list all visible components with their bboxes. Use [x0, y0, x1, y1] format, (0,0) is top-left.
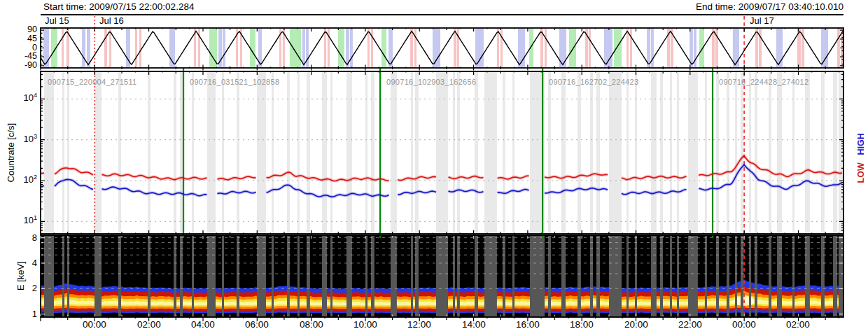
legend-high: HIGH	[857, 129, 867, 160]
gap-band-spec	[670, 236, 672, 316]
time-tick-label: 18:00	[561, 320, 603, 330]
flag-band-r	[324, 29, 326, 67]
gap-band-mid	[298, 72, 300, 233]
time-tick-label: 14:00	[453, 320, 495, 330]
flag-band-g	[338, 29, 344, 67]
time-tick-label: 16:00	[507, 320, 549, 330]
flag-band-r	[62, 29, 64, 67]
gap-band-mid	[651, 72, 657, 233]
flag-band-b	[733, 29, 739, 67]
flag-band-r	[135, 29, 137, 67]
gap-band-mid	[365, 72, 368, 233]
gap-band-mid	[755, 72, 757, 233]
flag-band-b	[475, 29, 484, 67]
flag-band-b	[350, 29, 353, 67]
gap-band-mid	[512, 72, 514, 233]
energy-tick-label: 1	[16, 309, 37, 319]
attitude-wave	[41, 31, 843, 65]
date-label: Jul 16	[99, 16, 124, 26]
time-tick-label: 10:00	[344, 320, 386, 330]
gap-band-mid	[741, 72, 743, 233]
time-tick-label: 20:00	[615, 320, 657, 330]
gap-band-mid	[735, 72, 737, 233]
gap-band-mid	[609, 72, 622, 233]
gap-band-mid	[457, 72, 460, 233]
gap-band-mid	[590, 72, 593, 233]
gap-band-mid	[503, 72, 505, 233]
flag-band-r	[139, 29, 141, 67]
energy-tick-label: 8	[16, 233, 37, 243]
obs-interval-label: 090716_031521_102858	[190, 78, 279, 86]
time-tick-label: 08:00	[290, 320, 332, 330]
flag-band-r	[837, 29, 840, 67]
gap-band-mid	[453, 72, 455, 233]
gap-band-mid	[677, 72, 679, 233]
gap-band-mid	[561, 72, 566, 233]
gap-band-mid	[475, 72, 478, 233]
gap-band-mid	[688, 72, 698, 233]
flag-band-b	[43, 29, 49, 67]
gap-band-mid	[222, 72, 224, 233]
gap-band-mid	[346, 72, 352, 233]
gap-band-mid	[670, 72, 672, 233]
gap-band-spec	[222, 236, 224, 316]
energy-axis-title: E [keV]	[16, 251, 26, 300]
gap-band-mid	[391, 72, 397, 233]
obs-interval-label: 090716_224428_274012	[719, 78, 808, 86]
gap-band-mid	[180, 72, 183, 233]
gap-band-mid	[596, 72, 600, 233]
gap-band-mid	[705, 72, 707, 233]
countrate-axis-title: Countrate [c/s]	[6, 113, 16, 192]
gap-band-mid	[635, 72, 637, 233]
gap-band-mid	[716, 72, 719, 233]
gap-band-spec	[411, 236, 413, 316]
flag-band-r	[626, 29, 629, 67]
flag-band-b	[223, 29, 225, 67]
gap-band-mid	[257, 72, 266, 233]
flag-band-r	[497, 29, 499, 67]
flag-band-r	[454, 29, 456, 67]
gap-band-mid	[805, 72, 810, 233]
flag-band-r	[545, 29, 547, 67]
gap-band-spec	[298, 236, 300, 316]
flag-band-b	[821, 29, 828, 67]
plot-canvas: Start time: 2009/07/15 22:00:02.284 End …	[0, 0, 868, 336]
flag-band-b	[433, 29, 440, 67]
flag-band-g	[614, 29, 622, 67]
flag-band-g	[569, 29, 576, 67]
date-label: Jul 17	[750, 16, 774, 26]
start-time-label: Start time: 2009/07/15 22:00:02.284	[43, 2, 194, 13]
gap-band-mid	[411, 72, 413, 233]
legend-low: LOW	[857, 158, 867, 188]
gap-band-mid	[415, 72, 419, 233]
time-tick-label: 00:00	[723, 320, 765, 330]
flag-band-r	[712, 29, 715, 67]
flag-band-b	[647, 29, 650, 67]
countrate-tick-label: 104	[8, 92, 37, 104]
flag-band-b	[776, 29, 783, 67]
gap-band-mid	[484, 72, 497, 233]
gap-band-mid	[207, 72, 216, 233]
gap-band-mid	[237, 72, 239, 233]
gap-band-mid	[833, 72, 837, 233]
time-tick-label: 04:00	[182, 320, 224, 330]
gap-band-mid	[62, 72, 64, 233]
gap-band-spec	[272, 236, 274, 316]
end-time-label: End time: 2009/07/17 03:40:10.010	[634, 2, 844, 13]
gap-band-mid	[727, 72, 729, 233]
flag-band-r	[589, 29, 591, 67]
flag-band-b	[302, 29, 305, 67]
gap-band-mid	[792, 72, 794, 233]
gap-band-mid	[749, 72, 751, 233]
gap-band-mid	[192, 72, 194, 233]
time-tick-label: 22:00	[669, 320, 711, 330]
gap-band-mid	[660, 72, 663, 233]
flag-band-r	[630, 29, 632, 67]
date-label: Jul 15	[45, 16, 69, 26]
flag-band-b	[87, 29, 90, 67]
gap-band-mid	[287, 72, 290, 233]
gap-band-mid	[148, 72, 150, 233]
flag-band-r	[410, 29, 413, 67]
gap-band-spec	[512, 236, 514, 316]
gap-band-mid	[777, 72, 782, 233]
